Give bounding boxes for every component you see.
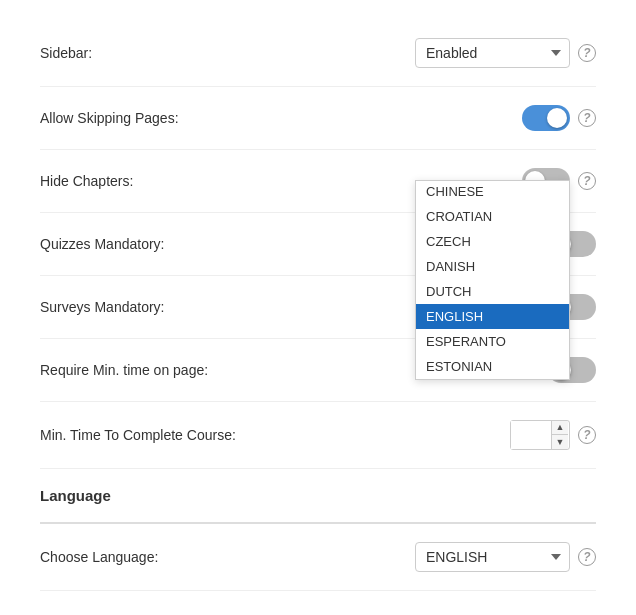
hide-chapters-label: Hide Chapters:: [40, 173, 133, 189]
choose-language-row: Choose Language: ENGLISH ?: [40, 524, 596, 591]
sidebar-select[interactable]: Enabled Disabled: [415, 38, 570, 68]
choose-language-control: ENGLISH ?: [415, 542, 596, 572]
quizzes-mandatory-label: Quizzes Mandatory:: [40, 236, 165, 252]
dropdown-item-croatian[interactable]: CROATIAN: [416, 204, 569, 229]
dropdown-item-czech[interactable]: CZECH: [416, 229, 569, 254]
choose-language-label: Choose Language:: [40, 549, 158, 565]
hide-chapters-help-icon[interactable]: ?: [578, 172, 596, 190]
allow-skipping-toggle[interactable]: [522, 105, 570, 131]
choose-language-select[interactable]: ENGLISH: [415, 542, 570, 572]
min-time-course-label: Min. Time To Complete Course:: [40, 427, 236, 443]
dropdown-item-english[interactable]: ENGLISH: [416, 304, 569, 329]
min-time-input[interactable]: [511, 421, 551, 449]
choose-language-help-icon[interactable]: ?: [578, 548, 596, 566]
dropdown-item-esperanto[interactable]: ESPERANTO: [416, 329, 569, 354]
dropdown-item-estonian[interactable]: ESTONIAN: [416, 354, 569, 379]
spinner-buttons: ▲ ▼: [551, 421, 568, 449]
dropdown-item-danish[interactable]: DANISH: [416, 254, 569, 279]
sidebar-label: Sidebar:: [40, 45, 92, 61]
min-time-course-help-icon[interactable]: ?: [578, 426, 596, 444]
settings-container: Sidebar: Enabled Disabled ? Allow Skippi…: [0, 0, 636, 611]
hide-chapters-row: Hide Chapters: ? AFRIKAANSALBANIANARABIC…: [40, 150, 596, 213]
language-dropdown-overlay: AFRIKAANSALBANIANARABICARMENIANAZERBAIJA…: [415, 180, 570, 380]
language-section-label: Language: [40, 487, 111, 504]
sidebar-row: Sidebar: Enabled Disabled ?: [40, 20, 596, 87]
surveys-mandatory-label: Surveys Mandatory:: [40, 299, 165, 315]
min-time-spinner: ▲ ▼: [510, 420, 570, 450]
spinner-up-button[interactable]: ▲: [552, 421, 568, 435]
allow-skipping-row: Allow Skipping Pages: ?: [40, 87, 596, 150]
sidebar-help-icon[interactable]: ?: [578, 44, 596, 62]
spinner-down-button[interactable]: ▼: [552, 435, 568, 449]
allow-skipping-label: Allow Skipping Pages:: [40, 110, 179, 126]
dropdown-item-dutch[interactable]: DUTCH: [416, 279, 569, 304]
min-time-course-control: ▲ ▼ ?: [510, 420, 596, 450]
min-time-course-row: Min. Time To Complete Course: ▲ ▼ ?: [40, 402, 596, 469]
dropdown-item-chinese[interactable]: CHINESE: [416, 180, 569, 204]
allow-skipping-slider: [522, 105, 570, 131]
require-min-time-label: Require Min. time on page:: [40, 362, 208, 378]
allow-skipping-control: ?: [522, 105, 596, 131]
allow-skipping-help-icon[interactable]: ?: [578, 109, 596, 127]
sidebar-control: Enabled Disabled ?: [415, 38, 596, 68]
language-section-row: Language: [40, 469, 596, 524]
